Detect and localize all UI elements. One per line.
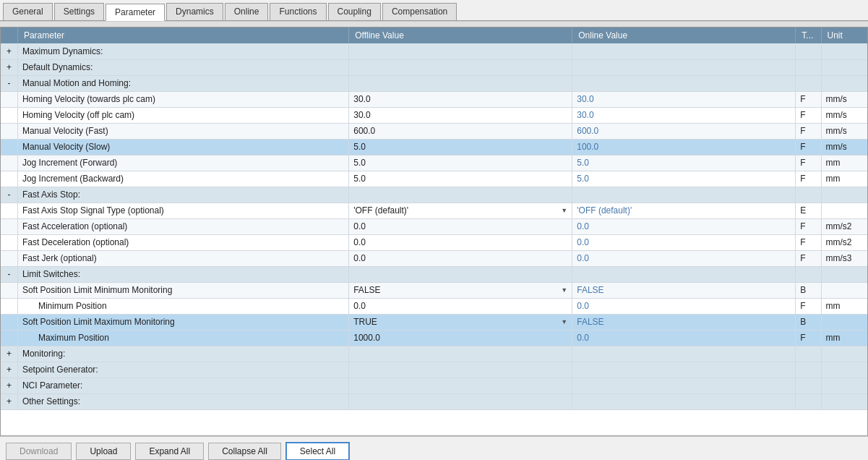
- row-label: Limit Switches:: [17, 266, 348, 282]
- table-row: Fast Deceleration (optional)0.00.0Fmm/s2: [1, 234, 867, 250]
- row-label: Soft Position Limit Minimum Monitoring: [17, 282, 348, 298]
- table-row: +NCI Parameter:: [1, 378, 867, 393]
- row-t-value: E: [796, 203, 821, 218]
- table-row: Jog Increment (Backward)5.05.0Fmm: [1, 171, 867, 187]
- table-row: Manual Velocity (Slow)5.0100.0Fmm/s: [1, 139, 867, 155]
- row-unit: [821, 378, 867, 393]
- row-label: Default Dynamics:: [17, 59, 348, 75]
- row-label: Jog Increment (Backward): [17, 171, 348, 187]
- table-row: Homing Velocity (towards plc cam)30.030.…: [1, 91, 867, 107]
- row-label: Homing Velocity (off plc cam): [17, 107, 348, 123]
- row-online-value: 5.0: [572, 171, 796, 187]
- row-toggle[interactable]: -: [1, 187, 17, 203]
- row-t-value: B: [796, 314, 821, 330]
- tab-functions[interactable]: Functions: [270, 3, 326, 20]
- row-offline-value: FALSE▼: [349, 282, 572, 298]
- th-toggle: [1, 27, 17, 43]
- row-online-value: 'OFF (default)': [572, 203, 796, 218]
- row-label: Fast Axis Stop Signal Type (optional): [17, 203, 348, 218]
- th-unit: Unit: [821, 27, 867, 43]
- row-toggle: [1, 314, 17, 330]
- row-online-value: 0.0: [572, 218, 796, 234]
- row-unit: mm: [821, 330, 867, 346]
- table-row: Soft Position Limit Maximum MonitoringTR…: [1, 314, 867, 330]
- tab-dynamics[interactable]: Dynamics: [166, 3, 223, 20]
- row-toggle[interactable]: +: [1, 362, 17, 378]
- row-toggle: [1, 107, 17, 123]
- row-toggle[interactable]: +: [1, 43, 17, 59]
- tab-online[interactable]: Online: [225, 3, 269, 20]
- row-online-value: 30.0: [572, 91, 796, 107]
- parameter-table: Parameter Offline Value Online Value T..…: [1, 27, 867, 410]
- row-offline-value: [349, 393, 572, 409]
- th-offline: Offline Value: [349, 27, 572, 43]
- tab-bar: GeneralSettingsParameterDynamicsOnlineFu…: [0, 0, 868, 21]
- row-t-value: [796, 75, 821, 91]
- row-unit: [821, 203, 867, 218]
- download-button[interactable]: Download: [6, 443, 72, 460]
- row-offline-value: [349, 362, 572, 378]
- row-online-value: [572, 362, 796, 378]
- row-label: Maximum Dynamics:: [17, 43, 348, 59]
- row-unit: mm: [821, 155, 867, 171]
- row-unit: mm: [821, 298, 867, 314]
- row-unit: mm/s: [821, 91, 867, 107]
- row-label: Maximum Position: [17, 330, 348, 346]
- row-unit: [821, 59, 867, 75]
- row-toggle[interactable]: +: [1, 59, 17, 75]
- row-toggle: [1, 91, 17, 107]
- row-label: Jog Increment (Forward): [17, 155, 348, 171]
- tab-general[interactable]: General: [3, 3, 53, 20]
- main-content: Parameter Offline Value Online Value T..…: [0, 27, 868, 436]
- row-unit: mm/s: [821, 107, 867, 123]
- row-label: Manual Velocity (Fast): [17, 123, 348, 139]
- row-offline-value: 0.0: [349, 250, 572, 266]
- select-all-button[interactable]: Select All: [285, 442, 350, 461]
- row-toggle[interactable]: +: [1, 393, 17, 409]
- row-t-value: [796, 378, 821, 393]
- row-offline-value: [349, 75, 572, 91]
- row-unit: [821, 187, 867, 203]
- row-online-value: 0.0: [572, 330, 796, 346]
- row-label: Other Settings:: [17, 393, 348, 409]
- row-t-value: F: [796, 250, 821, 266]
- row-label: NCI Parameter:: [17, 378, 348, 393]
- row-online-value: [572, 187, 796, 203]
- row-offline-value: 30.0: [349, 107, 572, 123]
- row-toggle[interactable]: +: [1, 346, 17, 362]
- th-parameter: Parameter: [17, 27, 348, 43]
- scrollbar-hint: [0, 21, 868, 27]
- row-label: Manual Velocity (Slow): [17, 139, 348, 155]
- row-t-value: F: [796, 107, 821, 123]
- row-toggle[interactable]: -: [1, 75, 17, 91]
- tab-compensation[interactable]: Compensation: [382, 3, 457, 20]
- collapse-all-button[interactable]: Collapse All: [208, 443, 281, 460]
- row-toggle[interactable]: -: [1, 266, 17, 282]
- row-toggle[interactable]: +: [1, 378, 17, 393]
- row-t-value: [796, 393, 821, 409]
- row-unit: [821, 266, 867, 282]
- table-row: -Limit Switches:: [1, 266, 867, 282]
- row-label: Manual Motion and Homing:: [17, 75, 348, 91]
- tab-coupling[interactable]: Coupling: [328, 3, 381, 20]
- tab-parameter[interactable]: Parameter: [106, 4, 165, 21]
- row-t-value: [796, 362, 821, 378]
- row-t-value: B: [796, 282, 821, 298]
- tab-settings[interactable]: Settings: [54, 3, 104, 20]
- row-unit: [821, 43, 867, 59]
- row-unit: [821, 393, 867, 409]
- table-row: -Fast Axis Stop:: [1, 187, 867, 203]
- row-online-value: 5.0: [572, 155, 796, 171]
- table-row: Jog Increment (Forward)5.05.0Fmm: [1, 155, 867, 171]
- row-online-value: 100.0: [572, 139, 796, 155]
- row-online-value: [572, 346, 796, 362]
- expand-all-button[interactable]: Expand All: [135, 443, 204, 460]
- row-unit: [821, 314, 867, 330]
- row-offline-value: [349, 43, 572, 59]
- row-label: Fast Jerk (optional): [17, 250, 348, 266]
- table-row: Fast Acceleration (optional)0.00.0Fmm/s2: [1, 218, 867, 234]
- row-unit: [821, 362, 867, 378]
- table-row: +Setpoint Generator:: [1, 362, 867, 378]
- upload-button[interactable]: Upload: [76, 443, 131, 460]
- row-offline-value: 1000.0: [349, 330, 572, 346]
